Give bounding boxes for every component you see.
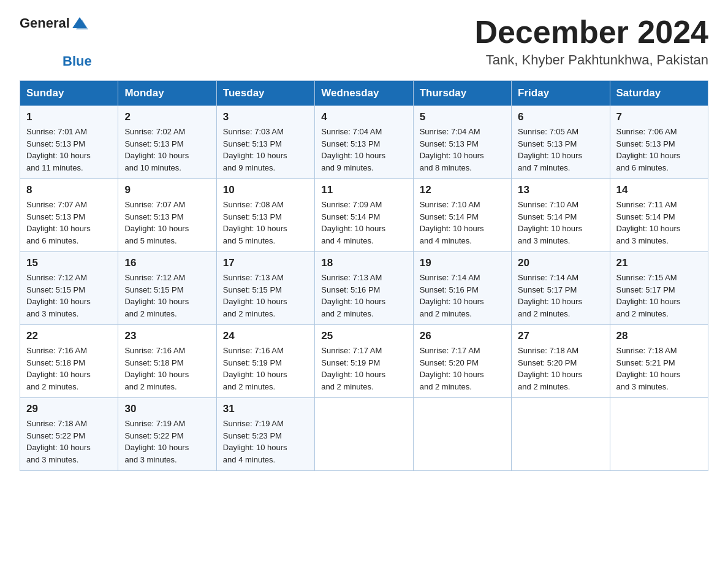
logo-icon [71, 15, 88, 32]
day-number: 20 [518, 257, 603, 269]
calendar-table: SundayMondayTuesdayWednesdayThursdayFrid… [20, 80, 708, 471]
day-info: Sunrise: 7:17 AMSunset: 5:20 PMDaylight:… [420, 345, 505, 393]
calendar-cell: 30Sunrise: 7:19 AMSunset: 5:22 PMDayligh… [118, 398, 216, 471]
day-number: 18 [321, 257, 406, 269]
day-number: 5 [420, 111, 505, 123]
weekday-header-row: SundayMondayTuesdayWednesdayThursdayFrid… [20, 81, 708, 106]
week-row-3: 15Sunrise: 7:12 AMSunset: 5:15 PMDayligh… [20, 252, 708, 325]
day-number: 17 [223, 257, 308, 269]
location-title: Tank, Khyber Pakhtunkhwa, Pakistan [474, 52, 708, 68]
day-number: 29 [26, 403, 112, 415]
day-number: 7 [616, 111, 702, 123]
calendar-cell: 16Sunrise: 7:12 AMSunset: 5:15 PMDayligh… [118, 252, 216, 325]
day-info: Sunrise: 7:13 AMSunset: 5:16 PMDaylight:… [321, 272, 406, 320]
calendar-cell: 12Sunrise: 7:10 AMSunset: 5:14 PMDayligh… [413, 179, 511, 252]
calendar-cell: 26Sunrise: 7:17 AMSunset: 5:20 PMDayligh… [413, 325, 511, 398]
week-row-4: 22Sunrise: 7:16 AMSunset: 5:18 PMDayligh… [20, 325, 708, 398]
week-row-5: 29Sunrise: 7:18 AMSunset: 5:22 PMDayligh… [20, 398, 708, 471]
day-number: 8 [26, 184, 112, 196]
day-number: 21 [616, 257, 702, 269]
day-number: 1 [26, 111, 112, 123]
calendar-cell: 3Sunrise: 7:03 AMSunset: 5:13 PMDaylight… [216, 106, 314, 179]
calendar-cell: 9Sunrise: 7:07 AMSunset: 5:13 PMDaylight… [118, 179, 216, 252]
day-number: 15 [26, 257, 112, 269]
logo: General [20, 15, 88, 32]
day-info: Sunrise: 7:18 AMSunset: 5:20 PMDaylight:… [518, 345, 603, 393]
calendar-cell: 17Sunrise: 7:13 AMSunset: 5:15 PMDayligh… [216, 252, 314, 325]
day-info: Sunrise: 7:11 AMSunset: 5:14 PMDaylight:… [616, 199, 702, 247]
day-number: 31 [223, 403, 308, 415]
day-info: Sunrise: 7:07 AMSunset: 5:13 PMDaylight:… [26, 199, 112, 247]
day-info: Sunrise: 7:19 AMSunset: 5:23 PMDaylight:… [223, 418, 308, 465]
calendar-cell: 22Sunrise: 7:16 AMSunset: 5:18 PMDayligh… [20, 325, 118, 398]
day-info: Sunrise: 7:14 AMSunset: 5:16 PMDaylight:… [420, 272, 505, 320]
week-row-2: 8Sunrise: 7:07 AMSunset: 5:13 PMDaylight… [20, 179, 708, 252]
calendar-cell: 10Sunrise: 7:08 AMSunset: 5:13 PMDayligh… [216, 179, 314, 252]
day-number: 27 [518, 330, 603, 342]
day-number: 4 [321, 111, 406, 123]
calendar-cell: 18Sunrise: 7:13 AMSunset: 5:16 PMDayligh… [315, 252, 413, 325]
calendar-cell: 27Sunrise: 7:18 AMSunset: 5:20 PMDayligh… [512, 325, 610, 398]
day-info: Sunrise: 7:13 AMSunset: 5:15 PMDaylight:… [223, 272, 308, 320]
day-info: Sunrise: 7:01 AMSunset: 5:13 PMDaylight:… [26, 126, 112, 174]
calendar-cell: 15Sunrise: 7:12 AMSunset: 5:15 PMDayligh… [20, 252, 118, 325]
calendar-cell: 5Sunrise: 7:04 AMSunset: 5:13 PMDaylight… [413, 106, 511, 179]
calendar-cell [315, 398, 413, 471]
calendar-cell [413, 398, 511, 471]
weekday-header-sunday: Sunday [20, 81, 118, 106]
calendar-cell: 11Sunrise: 7:09 AMSunset: 5:14 PMDayligh… [315, 179, 413, 252]
day-info: Sunrise: 7:19 AMSunset: 5:22 PMDaylight:… [124, 418, 210, 465]
day-number: 2 [124, 111, 210, 123]
weekday-header-monday: Monday [118, 81, 216, 106]
day-info: Sunrise: 7:10 AMSunset: 5:14 PMDaylight:… [420, 199, 505, 247]
day-info: Sunrise: 7:16 AMSunset: 5:18 PMDaylight:… [26, 345, 112, 393]
month-title: December 2024 [474, 15, 708, 50]
weekday-header-thursday: Thursday [413, 81, 511, 106]
day-number: 16 [124, 257, 210, 269]
day-info: Sunrise: 7:06 AMSunset: 5:13 PMDaylight:… [616, 126, 702, 174]
calendar-cell: 1Sunrise: 7:01 AMSunset: 5:13 PMDaylight… [20, 106, 118, 179]
day-info: Sunrise: 7:02 AMSunset: 5:13 PMDaylight:… [124, 126, 210, 174]
day-number: 12 [420, 184, 505, 196]
day-number: 6 [518, 111, 603, 123]
day-number: 10 [223, 184, 308, 196]
day-number: 24 [223, 330, 308, 342]
week-row-1: 1Sunrise: 7:01 AMSunset: 5:13 PMDaylight… [20, 106, 708, 179]
day-number: 28 [616, 330, 702, 342]
day-info: Sunrise: 7:18 AMSunset: 5:21 PMDaylight:… [616, 345, 702, 393]
day-number: 26 [420, 330, 505, 342]
calendar-cell: 7Sunrise: 7:06 AMSunset: 5:13 PMDaylight… [610, 106, 708, 179]
day-info: Sunrise: 7:16 AMSunset: 5:19 PMDaylight:… [223, 345, 308, 393]
calendar-cell: 21Sunrise: 7:15 AMSunset: 5:17 PMDayligh… [610, 252, 708, 325]
weekday-header-friday: Friday [512, 81, 610, 106]
day-number: 3 [223, 111, 308, 123]
day-info: Sunrise: 7:09 AMSunset: 5:14 PMDaylight:… [321, 199, 406, 247]
calendar-cell: 31Sunrise: 7:19 AMSunset: 5:23 PMDayligh… [216, 398, 314, 471]
day-info: Sunrise: 7:12 AMSunset: 5:15 PMDaylight:… [124, 272, 210, 320]
weekday-header-tuesday: Tuesday [216, 81, 314, 106]
day-info: Sunrise: 7:04 AMSunset: 5:13 PMDaylight:… [321, 126, 406, 174]
day-info: Sunrise: 7:18 AMSunset: 5:22 PMDaylight:… [26, 418, 112, 465]
calendar-cell: 6Sunrise: 7:05 AMSunset: 5:13 PMDaylight… [512, 106, 610, 179]
weekday-header-saturday: Saturday [610, 81, 708, 106]
day-number: 19 [420, 257, 505, 269]
day-info: Sunrise: 7:15 AMSunset: 5:17 PMDaylight:… [616, 272, 702, 320]
calendar-cell: 2Sunrise: 7:02 AMSunset: 5:13 PMDaylight… [118, 106, 216, 179]
day-number: 25 [321, 330, 406, 342]
weekday-header-wednesday: Wednesday [315, 81, 413, 106]
day-number: 22 [26, 330, 112, 342]
calendar-cell: 4Sunrise: 7:04 AMSunset: 5:13 PMDaylight… [315, 106, 413, 179]
day-info: Sunrise: 7:08 AMSunset: 5:13 PMDaylight:… [223, 199, 308, 247]
calendar-cell: 23Sunrise: 7:16 AMSunset: 5:18 PMDayligh… [118, 325, 216, 398]
day-info: Sunrise: 7:05 AMSunset: 5:13 PMDaylight:… [518, 126, 603, 174]
calendar-cell: 24Sunrise: 7:16 AMSunset: 5:19 PMDayligh… [216, 325, 314, 398]
calendar-cell: 19Sunrise: 7:14 AMSunset: 5:16 PMDayligh… [413, 252, 511, 325]
day-info: Sunrise: 7:17 AMSunset: 5:19 PMDaylight:… [321, 345, 406, 393]
day-number: 11 [321, 184, 406, 196]
calendar-cell [512, 398, 610, 471]
day-number: 23 [124, 330, 210, 342]
day-info: Sunrise: 7:10 AMSunset: 5:14 PMDaylight:… [518, 199, 603, 247]
day-number: 14 [616, 184, 702, 196]
calendar-cell: 8Sunrise: 7:07 AMSunset: 5:13 PMDaylight… [20, 179, 118, 252]
day-number: 30 [124, 403, 210, 415]
